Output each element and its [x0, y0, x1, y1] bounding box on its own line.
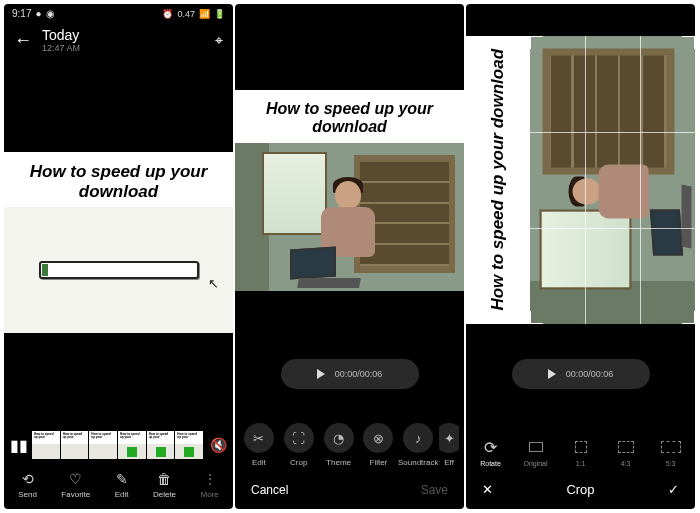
more-icon: ⋮ — [203, 471, 217, 487]
rect-4-3-icon — [618, 441, 634, 453]
whatsapp-icon: ◉ — [46, 8, 55, 19]
status-bar: 9:17 ● ◉ ⏰ 0.47 📶 🔋 — [4, 4, 233, 21]
net-speed: 0.47 — [177, 9, 195, 19]
google-lens-button[interactable]: ⌖ — [215, 32, 223, 49]
meme-title-line2: download — [10, 182, 227, 202]
rotate-icon: ⟳ — [484, 438, 497, 457]
mute-button[interactable]: 🔇 — [209, 437, 227, 453]
rotated-title-panel: How to speed up your download — [466, 36, 530, 324]
play-icon — [317, 369, 325, 379]
meme-title-line1: How to speed up your — [241, 100, 458, 118]
ratio-1-1[interactable]: 1:1 — [563, 438, 599, 467]
alarm-icon: ⏰ — [162, 9, 173, 19]
meme-body: ↖ — [4, 207, 233, 333]
battery-icon: 🔋 — [214, 9, 225, 19]
crop-label: Crop — [566, 482, 594, 497]
thumbnail-strip[interactable]: How to speed up your How to speed up you… — [32, 431, 203, 459]
gallery-header: ← Today 12:47 AM ⌖ — [4, 21, 233, 59]
progress-bar — [39, 261, 199, 279]
bottom-toolbar: ⟲Send ♡Favorite ✎Edit 🗑Delete ⋮More — [4, 463, 233, 509]
effect-icon: ✦ — [439, 423, 459, 453]
phone-crop-editor: How to speed up your download — [466, 4, 695, 509]
pencil-icon: ✎ — [116, 471, 128, 487]
crop-footer: ✕ Crop ✓ — [466, 470, 695, 509]
play-control[interactable]: 00:00/00:06 — [281, 359, 419, 389]
cancel-button[interactable]: Cancel — [251, 483, 288, 497]
edit-tool-crop[interactable]: ⛶Crop — [280, 423, 318, 467]
timecode: 00:00/00:06 — [335, 369, 383, 379]
edit-tool-effect[interactable]: ✦Eff — [439, 423, 459, 467]
delete-button[interactable]: 🗑Delete — [153, 471, 176, 499]
rotated-photo — [530, 36, 695, 324]
thumbnail[interactable]: How to speed up your — [118, 431, 146, 459]
phone-video-editor: How to speed up your download 00:00/00:0… — [235, 4, 464, 509]
play-icon — [548, 369, 556, 379]
status-time: 9:17 — [12, 8, 31, 19]
more-button[interactable]: ⋮More — [200, 471, 218, 499]
square-icon — [575, 441, 587, 453]
play-control[interactable]: 00:00/00:06 — [512, 359, 650, 389]
edit-tool-soundtrack[interactable]: ♪Soundtrack — [399, 423, 437, 467]
send-button[interactable]: ⟲Send — [18, 471, 37, 499]
thumbnail[interactable]: How to speed up your — [61, 431, 89, 459]
ratio-original[interactable]: Original — [518, 438, 554, 467]
favorite-button[interactable]: ♡Favorite — [61, 471, 90, 499]
phone-gallery-view: 9:17 ● ◉ ⏰ 0.47 📶 🔋 ← Today 12:47 AM ⌖ H… — [4, 4, 233, 509]
save-button[interactable]: Save — [421, 483, 448, 497]
edit-tool-theme[interactable]: ◔Theme — [320, 423, 358, 467]
header-day: Today — [42, 27, 205, 43]
meme-title-line1: How to speed up your — [10, 162, 227, 182]
crop-canvas[interactable]: How to speed up your download — [466, 36, 695, 324]
original-icon — [529, 442, 543, 452]
heart-icon: ♡ — [69, 471, 82, 487]
edit-button[interactable]: ✎Edit — [115, 471, 129, 499]
music-icon: ♪ — [403, 423, 433, 453]
share-icon: ⟲ — [22, 471, 34, 487]
trash-icon: 🗑 — [157, 471, 171, 487]
editor-footer: Cancel Save — [235, 471, 464, 509]
edit-toolbar: ✂Edit ⛶Crop ◔Theme ⊗Filter ♪Soundtrack ✦… — [235, 423, 464, 467]
messenger-icon: ● — [35, 8, 41, 19]
thumbnail[interactable]: How to speed up your — [89, 431, 117, 459]
header-time: 12:47 AM — [42, 43, 205, 53]
theme-icon: ◔ — [324, 423, 354, 453]
back-button[interactable]: ← — [14, 30, 32, 51]
timecode: 00:00/00:06 — [566, 369, 614, 379]
meme-title-line2: download — [241, 118, 458, 136]
thumbnail[interactable]: How to speed up your — [147, 431, 175, 459]
crop-icon: ⛶ — [284, 423, 314, 453]
edit-tool-edit[interactable]: ✂Edit — [240, 423, 278, 467]
edit-tool-filter[interactable]: ⊗Filter — [359, 423, 397, 467]
scissors-icon: ✂ — [244, 423, 274, 453]
ratio-5-3[interactable]: 5:3 — [653, 438, 689, 467]
thumbnail[interactable]: How to speed up your — [32, 431, 60, 459]
video-canvas[interactable]: How to speed up your download — [235, 90, 464, 143]
video-preview[interactable]: How to speed up your download ↖ — [4, 152, 233, 333]
ratio-4-3[interactable]: 4:3 — [608, 438, 644, 467]
video-frame — [235, 143, 464, 291]
timeline-row: ▮▮ How to speed up your How to speed up … — [4, 427, 233, 463]
rect-5-3-icon — [661, 441, 681, 453]
cursor-icon: ↖ — [208, 276, 219, 291]
rotate-button[interactable]: ⟳Rotate — [473, 438, 509, 467]
thumbnail[interactable]: How to speed up your — [175, 431, 203, 459]
meme-title-rotated: How to speed up your download — [488, 49, 508, 311]
aspect-toolbar: ⟳Rotate Original 1:1 4:3 5:3 — [466, 438, 695, 467]
pause-button[interactable]: ▮▮ — [10, 436, 26, 455]
close-crop-button[interactable]: ✕ — [482, 482, 493, 497]
signal-icon: 📶 — [199, 9, 210, 19]
confirm-crop-button[interactable]: ✓ — [668, 482, 679, 497]
filter-icon: ⊗ — [363, 423, 393, 453]
